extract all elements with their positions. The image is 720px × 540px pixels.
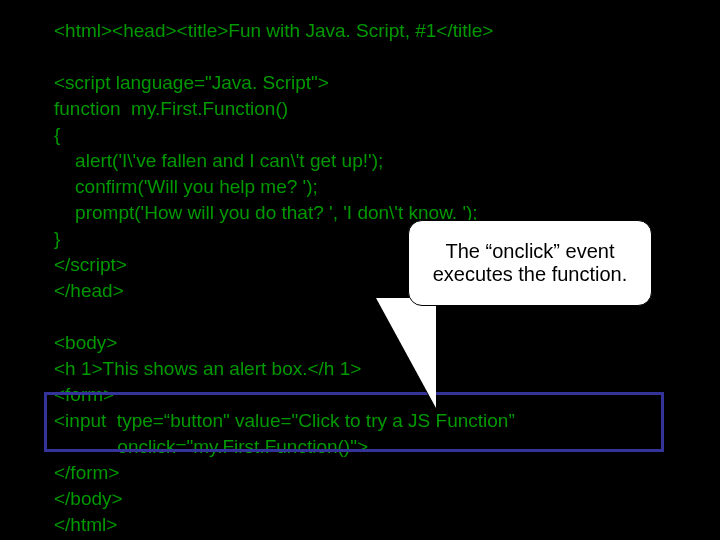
highlight-box: [44, 392, 664, 452]
callout-box: The “onclick” event executes the functio…: [408, 220, 652, 306]
slide: <html><head><title>Fun with Java. Script…: [0, 0, 720, 540]
callout-text: The “onclick” event executes the functio…: [417, 240, 643, 286]
